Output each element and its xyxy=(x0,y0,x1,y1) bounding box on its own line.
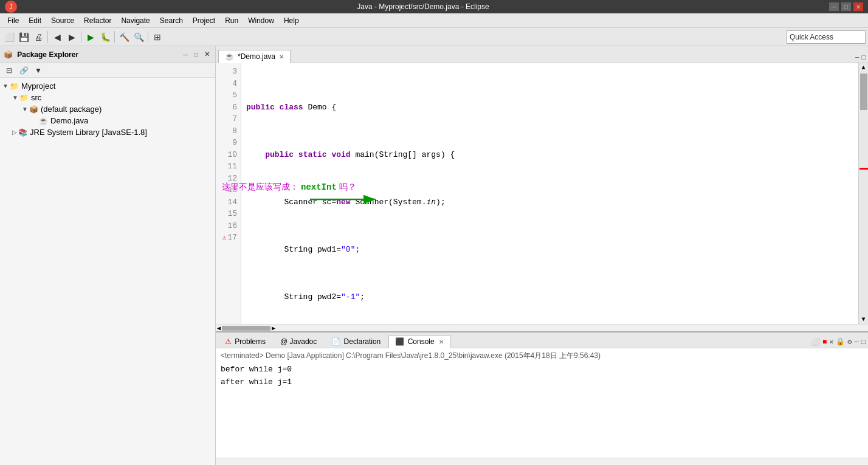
restore-button[interactable]: □ xyxy=(841,2,851,11)
toolbar-back-button[interactable]: ◀ xyxy=(50,30,64,44)
line-num-12: 12 xyxy=(219,173,237,185)
quick-access-input[interactable]: Quick Access xyxy=(787,30,866,44)
line-num-14: 14 xyxy=(219,196,237,208)
editor-tab-controls: ─ □ xyxy=(855,54,866,63)
line-num-4: 4 xyxy=(219,78,237,90)
tree-item-myproject[interactable]: ▼ 📁 Myproject xyxy=(0,80,215,92)
toolbar-new-button[interactable]: ⬜ xyxy=(2,30,16,44)
keyword-class-3: class xyxy=(280,102,308,114)
line-num-5: 5 xyxy=(219,89,237,102)
left-panel: 📦 Package Explorer ─ □ ✕ ⊟ 🔗 ▼ ▼ 📁 Mypro… xyxy=(0,46,216,465)
code-area[interactable]: public class Demo { public static void m… xyxy=(241,63,858,324)
tab-close-demo[interactable]: ✕ xyxy=(279,53,284,60)
menu-help[interactable]: Help xyxy=(279,15,304,26)
java-tab-icon: ☕ xyxy=(225,52,234,61)
tab-console[interactable]: ⬛ Console ✕ xyxy=(388,335,450,348)
tab-console-close[interactable]: ✕ xyxy=(439,339,444,345)
menu-run[interactable]: Run xyxy=(220,15,243,26)
minimize-editor-button[interactable]: ─ xyxy=(855,54,859,61)
console-settings-button[interactable]: ⚙ xyxy=(847,337,852,346)
tree-label-myproject: Myproject xyxy=(21,81,55,91)
console-clear-button[interactable]: ⬜ xyxy=(811,337,820,346)
menu-window[interactable]: Window xyxy=(243,15,279,26)
menu-search[interactable]: Search xyxy=(155,15,188,26)
toolbar-separator-3 xyxy=(114,31,115,43)
toolbar-search-button[interactable]: 🔍 xyxy=(132,30,145,44)
tab-declaration[interactable]: 📄 Declaration xyxy=(325,335,387,348)
editor-scrollbar[interactable]: ▲ ▼ xyxy=(858,63,868,324)
tab-label-demo: *Demo.java xyxy=(238,52,275,61)
method-main: main(String[] args) { xyxy=(355,149,455,161)
menu-source[interactable]: Source xyxy=(46,15,79,26)
close-button[interactable]: ✕ xyxy=(853,2,863,11)
menu-project[interactable]: Project xyxy=(188,15,220,26)
menu-file[interactable]: File xyxy=(2,15,24,26)
hscroll-left[interactable]: ◀ xyxy=(217,325,221,332)
menu-navigate[interactable]: Navigate xyxy=(116,15,154,26)
line-num-10: 10 xyxy=(219,149,237,161)
toolbar-run-button[interactable]: ▶ xyxy=(84,30,97,44)
console-maximize-button[interactable]: □ xyxy=(861,338,866,346)
line7-end: ; xyxy=(360,291,365,303)
code-line-6: String pwd1="0"; xyxy=(246,244,853,256)
console-scroll-lock-button[interactable]: 🔒 xyxy=(836,337,845,346)
hscroll-right[interactable]: ▶ xyxy=(272,325,275,332)
tree-item-default-package[interactable]: ▼ 📦 (default package) xyxy=(0,103,215,115)
console-remove-button[interactable]: ✕ xyxy=(829,337,833,346)
system-in: in xyxy=(426,196,436,208)
keyword-new-5: new xyxy=(336,196,355,208)
panel-minimize-button[interactable]: ─ xyxy=(182,50,190,59)
tree-item-src[interactable]: ▼ 📁 src xyxy=(0,92,215,103)
toolbar-perspective-button[interactable]: ⊞ xyxy=(151,30,164,44)
scroll-down-arrow[interactable]: ▼ xyxy=(860,315,866,324)
package-explorer-header: 📦 Package Explorer ─ □ ✕ xyxy=(0,46,215,63)
link-editor-button[interactable]: 🔗 xyxy=(17,64,30,77)
console-minimize-button[interactable]: ─ xyxy=(855,338,859,346)
tab-declaration-label: Declaration xyxy=(344,337,381,346)
minimize-button[interactable]: ─ xyxy=(829,2,839,11)
menu-refactor[interactable]: Refactor xyxy=(79,15,116,26)
tab-problems-label: Problems xyxy=(235,337,266,346)
scroll-up-arrow[interactable]: ▲ xyxy=(860,63,866,72)
tree-item-jre[interactable]: ▷ 📚 JRE System Library [JavaSE-1.8] xyxy=(0,126,215,138)
line-num-6: 6 xyxy=(219,102,237,114)
hscroll-thumb[interactable] xyxy=(222,326,270,331)
view-menu-button[interactable]: ▼ xyxy=(32,64,45,77)
bottom-hscroll[interactable] xyxy=(216,458,868,465)
toolbar-save-button[interactable]: 💾 xyxy=(17,30,30,44)
package-icon: 📦 xyxy=(29,105,38,114)
code-editor[interactable]: 3 4 5 6 7 8 9 10 11 12 13 14 15 16 ⚠ xyxy=(216,63,868,324)
menu-edit[interactable]: Edit xyxy=(24,15,46,26)
collapse-all-button[interactable]: ⊟ xyxy=(2,64,16,77)
line-num-9: 9 xyxy=(219,137,237,149)
code-hscroll[interactable]: ◀ ▶ xyxy=(216,324,868,331)
scroll-marker-1 xyxy=(859,168,868,170)
tree-item-demo-java[interactable]: ▷ ☕ Demo.java xyxy=(0,115,215,126)
toolbar-separator-1 xyxy=(47,31,48,43)
line-numbers: 3 4 5 6 7 8 9 10 11 12 13 14 15 16 ⚠ xyxy=(216,63,241,324)
panel-maximize-button[interactable]: □ xyxy=(192,50,200,59)
editor-tabs: ☕ *Demo.java ✕ ─ □ xyxy=(216,46,868,63)
panel-close-button[interactable]: ✕ xyxy=(202,50,212,59)
toolbar-separator-2 xyxy=(81,31,81,43)
toolbar-forward-button[interactable]: ▶ xyxy=(65,30,78,44)
line-num-3: 3 xyxy=(219,66,237,78)
toolbar-build-button[interactable]: 🔨 xyxy=(117,30,131,44)
toolbar-print-button[interactable]: 🖨 xyxy=(32,30,45,44)
panel-header-controls: ─ □ ✕ xyxy=(182,50,212,59)
keyword-static-4: static xyxy=(298,149,332,161)
toolbar-debug-button[interactable]: 🐛 xyxy=(98,30,112,44)
console-output: befor while j=0 after while j=1 xyxy=(221,363,863,389)
tab-demo-java[interactable]: ☕ *Demo.java ✕ xyxy=(218,50,291,63)
scroll-thumb[interactable] xyxy=(860,74,867,110)
tab-console-icon: ⬛ xyxy=(395,337,404,346)
string-minus1: "-1" xyxy=(341,291,360,303)
tab-console-label: Console xyxy=(408,337,435,346)
maximize-editor-button[interactable]: □ xyxy=(861,54,866,61)
tab-javadoc[interactable]: @ Javadoc xyxy=(274,335,323,348)
tree-label-jre: JRE System Library [JavaSE-1.8] xyxy=(30,128,147,137)
line-num-15: 15 xyxy=(219,208,237,220)
console-terminate-button[interactable]: ■ xyxy=(822,338,827,346)
tab-problems[interactable]: ⚠ Problems xyxy=(218,335,272,348)
code-line-5: Scanner sc=new Scanner(System.in); xyxy=(246,196,853,208)
